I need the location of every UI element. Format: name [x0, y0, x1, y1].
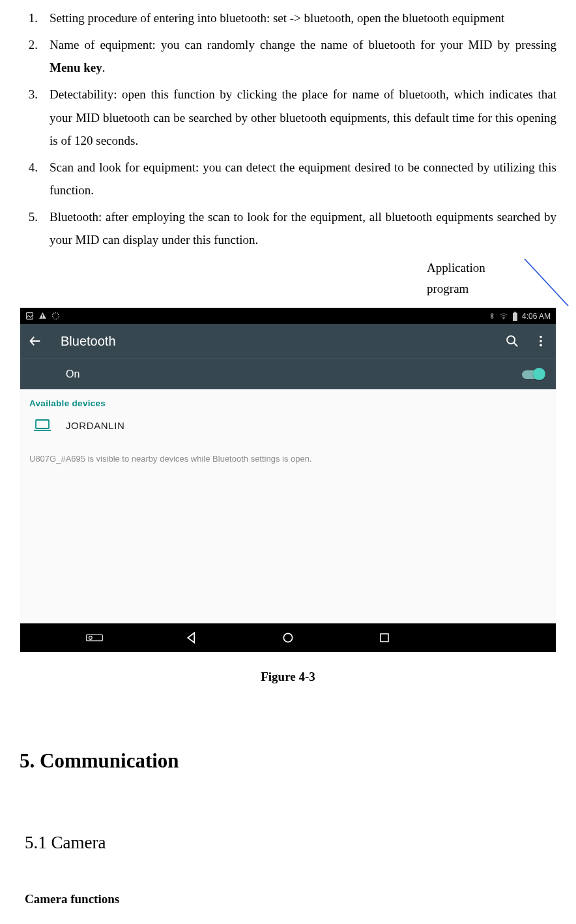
heading-camera: 5.1 Camera: [25, 833, 556, 853]
list-item: 5. Bluetooth: after employing the scan t…: [20, 205, 556, 251]
clock-text: 4:06 AM: [522, 312, 551, 321]
svg-rect-2: [42, 315, 43, 317]
bluetooth-small-icon: [489, 312, 495, 320]
visibility-info-text: U807G_#A695 is visible to nearby devices…: [20, 441, 556, 477]
svg-point-12: [540, 344, 542, 347]
bluetooth-screenshot: 4:06 AM Bluetooth On Available devices J…: [20, 307, 556, 653]
callout-label: Application program: [427, 258, 485, 299]
image-icon: [25, 312, 34, 320]
svg-point-6: [503, 318, 504, 320]
instruction-list: 1. Setting procedure of entering into bl…: [20, 0, 556, 251]
list-number: 2.: [23, 33, 50, 79]
on-label: On: [66, 368, 79, 380]
list-item: 3. Detectability: open this function by …: [20, 83, 556, 151]
list-item: 2. Name of equipment: you can randomly c…: [20, 33, 556, 79]
list-text: Bluetooth: after employing the scan to l…: [50, 205, 556, 251]
wifi-icon: [499, 312, 508, 320]
screenshot-nav-icon[interactable]: [86, 629, 103, 646]
svg-rect-17: [381, 634, 388, 642]
list-item: 1. Setting procedure of entering into bl…: [20, 7, 556, 29]
android-status-bar: 4:06 AM: [20, 308, 556, 324]
svg-point-16: [283, 634, 292, 642]
search-icon[interactable]: [505, 334, 519, 348]
svg-point-15: [89, 636, 93, 640]
warning-icon: [38, 312, 47, 320]
text-part: .: [102, 61, 106, 74]
toggle-thumb: [533, 368, 545, 380]
bold-text: Menu key: [50, 61, 102, 74]
heading-camera-functions: Camera functions: [25, 892, 556, 906]
text-part: Name of equipment: you can randomly chan…: [50, 38, 556, 52]
list-number: 1.: [23, 7, 50, 29]
settings-small-icon: [51, 312, 60, 320]
laptop-icon: [33, 419, 51, 432]
callout-area: Application program: [20, 255, 556, 307]
callout-arrow: [521, 259, 573, 306]
back-nav-icon[interactable]: [183, 629, 200, 646]
battery-icon: [512, 312, 518, 321]
android-nav-bar: [20, 623, 556, 652]
toolbar-title: Bluetooth: [61, 334, 491, 349]
svg-point-11: [540, 340, 542, 343]
home-nav-icon[interactable]: [280, 629, 296, 646]
list-text: Setting procedure of entering into bluet…: [50, 7, 556, 29]
svg-line-0: [525, 259, 568, 306]
bluetooth-on-row[interactable]: On: [20, 358, 556, 389]
list-text: Name of equipment: you can randomly chan…: [50, 33, 556, 79]
device-row[interactable]: JORDANLIN: [20, 415, 556, 441]
recent-nav-icon[interactable]: [376, 629, 393, 646]
overflow-menu-icon[interactable]: [534, 334, 548, 348]
settings-toolbar: Bluetooth: [20, 324, 556, 358]
list-item: 4. Scan and look for equipment: you can …: [20, 156, 556, 201]
svg-rect-8: [513, 313, 517, 321]
bluetooth-toggle[interactable]: [522, 368, 547, 381]
list-text: Detectability: open this function by cli…: [50, 83, 556, 151]
list-number: 4.: [23, 156, 50, 201]
svg-rect-7: [514, 312, 517, 313]
available-devices-header: Available devices: [20, 389, 556, 415]
heading-communication: 5. Communication: [20, 749, 556, 773]
device-name: JORDANLIN: [66, 420, 124, 431]
list-number: 5.: [23, 205, 50, 251]
status-right: 4:06 AM: [489, 312, 551, 321]
svg-point-10: [540, 336, 542, 338]
svg-rect-13: [36, 420, 49, 428]
svg-rect-3: [42, 318, 43, 318]
back-icon[interactable]: [28, 334, 42, 348]
svg-point-4: [55, 315, 57, 317]
callout-text-line: Application: [427, 258, 485, 278]
callout-text-line: program: [427, 278, 485, 299]
figure-caption: Figure 4-3: [20, 670, 556, 684]
list-number: 3.: [23, 83, 50, 151]
status-left: [25, 312, 60, 320]
svg-point-9: [507, 336, 515, 344]
list-text: Scan and look for equipment: you can det…: [50, 156, 556, 201]
